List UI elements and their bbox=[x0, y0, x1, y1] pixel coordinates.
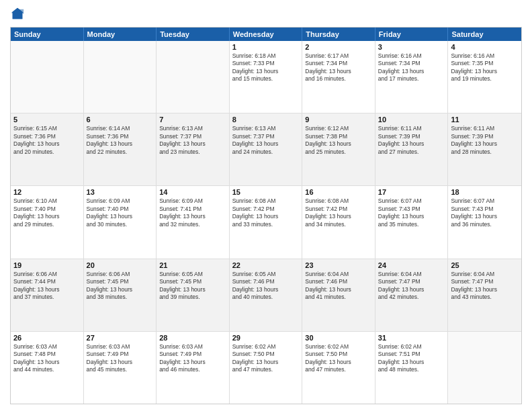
day-cell-17: 17Sunrise: 6:07 AM Sunset: 7:43 PM Dayli… bbox=[375, 186, 449, 258]
day-number: 14 bbox=[159, 188, 226, 196]
empty-cell bbox=[11, 41, 84, 113]
day-cell-24: 24Sunrise: 6:04 AM Sunset: 7:47 PM Dayli… bbox=[375, 259, 449, 331]
day-info: Sunrise: 6:17 AM Sunset: 7:34 PM Dayligh… bbox=[305, 52, 372, 83]
day-cell-22: 22Sunrise: 6:05 AM Sunset: 7:46 PM Dayli… bbox=[230, 259, 303, 331]
day-info: Sunrise: 6:07 AM Sunset: 7:43 PM Dayligh… bbox=[378, 197, 445, 228]
calendar: SundayMondayTuesdayWednesdayThursdayFrid… bbox=[10, 27, 522, 404]
day-cell-11: 11Sunrise: 6:11 AM Sunset: 7:39 PM Dayli… bbox=[448, 113, 521, 185]
day-number: 28 bbox=[159, 334, 226, 342]
day-info: Sunrise: 6:13 AM Sunset: 7:37 PM Dayligh… bbox=[232, 125, 300, 156]
day-cell-21: 21Sunrise: 6:05 AM Sunset: 7:45 PM Dayli… bbox=[157, 259, 230, 331]
day-info: Sunrise: 6:10 AM Sunset: 7:40 PM Dayligh… bbox=[13, 197, 81, 228]
day-cell-14: 14Sunrise: 6:09 AM Sunset: 7:41 PM Dayli… bbox=[157, 186, 230, 258]
calendar-row-4: 26Sunrise: 6:03 AM Sunset: 7:48 PM Dayli… bbox=[11, 331, 521, 404]
day-number: 1 bbox=[232, 43, 300, 51]
day-cell-25: 25Sunrise: 6:04 AM Sunset: 7:47 PM Dayli… bbox=[448, 259, 521, 331]
day-number: 4 bbox=[451, 43, 519, 51]
day-cell-16: 16Sunrise: 6:08 AM Sunset: 7:42 PM Dayli… bbox=[302, 186, 375, 258]
day-info: Sunrise: 6:05 AM Sunset: 7:45 PM Dayligh… bbox=[159, 271, 226, 302]
day-info: Sunrise: 6:04 AM Sunset: 7:47 PM Dayligh… bbox=[451, 271, 519, 302]
empty-cell bbox=[448, 332, 521, 404]
day-number: 31 bbox=[378, 334, 445, 342]
day-cell-20: 20Sunrise: 6:06 AM Sunset: 7:45 PM Dayli… bbox=[84, 259, 157, 331]
day-number: 13 bbox=[87, 188, 154, 196]
day-number: 15 bbox=[232, 188, 300, 196]
day-info: Sunrise: 6:04 AM Sunset: 7:46 PM Dayligh… bbox=[305, 271, 372, 302]
day-info: Sunrise: 6:16 AM Sunset: 7:34 PM Dayligh… bbox=[378, 52, 445, 83]
day-info: Sunrise: 6:03 AM Sunset: 7:49 PM Dayligh… bbox=[159, 343, 226, 374]
day-cell-6: 6Sunrise: 6:14 AM Sunset: 7:36 PM Daylig… bbox=[84, 113, 157, 185]
day-cell-2: 2Sunrise: 6:17 AM Sunset: 7:34 PM Daylig… bbox=[302, 41, 375, 113]
header-day-sunday: Sunday bbox=[11, 28, 84, 41]
day-info: Sunrise: 6:08 AM Sunset: 7:42 PM Dayligh… bbox=[305, 197, 372, 228]
day-cell-30: 30Sunrise: 6:02 AM Sunset: 7:50 PM Dayli… bbox=[302, 332, 375, 404]
calendar-row-2: 12Sunrise: 6:10 AM Sunset: 7:40 PM Dayli… bbox=[11, 185, 521, 258]
calendar-row-1: 5Sunrise: 6:15 AM Sunset: 7:36 PM Daylig… bbox=[11, 113, 521, 185]
day-info: Sunrise: 6:09 AM Sunset: 7:40 PM Dayligh… bbox=[87, 197, 154, 228]
header-day-saturday: Saturday bbox=[448, 28, 521, 41]
logo bbox=[10, 7, 28, 21]
day-cell-8: 8Sunrise: 6:13 AM Sunset: 7:37 PM Daylig… bbox=[230, 113, 303, 185]
day-cell-28: 28Sunrise: 6:03 AM Sunset: 7:49 PM Dayli… bbox=[157, 332, 230, 404]
calendar-row-3: 19Sunrise: 6:06 AM Sunset: 7:44 PM Dayli… bbox=[11, 259, 521, 331]
day-info: Sunrise: 6:18 AM Sunset: 7:33 PM Dayligh… bbox=[232, 52, 300, 83]
day-number: 16 bbox=[305, 188, 372, 196]
day-cell-15: 15Sunrise: 6:08 AM Sunset: 7:42 PM Dayli… bbox=[230, 186, 303, 258]
day-info: Sunrise: 6:12 AM Sunset: 7:38 PM Dayligh… bbox=[305, 125, 372, 156]
day-number: 6 bbox=[87, 116, 154, 124]
header bbox=[10, 7, 522, 21]
day-number: 30 bbox=[305, 334, 372, 342]
day-info: Sunrise: 6:03 AM Sunset: 7:48 PM Dayligh… bbox=[13, 343, 81, 374]
day-number: 27 bbox=[87, 334, 154, 342]
header-day-wednesday: Wednesday bbox=[230, 28, 303, 41]
day-info: Sunrise: 6:02 AM Sunset: 7:50 PM Dayligh… bbox=[232, 343, 300, 374]
day-number: 29 bbox=[232, 334, 300, 342]
day-number: 8 bbox=[232, 116, 300, 124]
day-cell-12: 12Sunrise: 6:10 AM Sunset: 7:40 PM Dayli… bbox=[11, 186, 84, 258]
day-cell-4: 4Sunrise: 6:16 AM Sunset: 7:35 PM Daylig… bbox=[448, 41, 521, 113]
day-cell-10: 10Sunrise: 6:11 AM Sunset: 7:39 PM Dayli… bbox=[375, 113, 449, 185]
day-info: Sunrise: 6:09 AM Sunset: 7:41 PM Dayligh… bbox=[159, 197, 226, 228]
day-number: 11 bbox=[451, 116, 519, 124]
day-info: Sunrise: 6:07 AM Sunset: 7:43 PM Dayligh… bbox=[451, 197, 519, 228]
day-info: Sunrise: 6:06 AM Sunset: 7:44 PM Dayligh… bbox=[13, 271, 81, 302]
day-number: 19 bbox=[13, 261, 81, 269]
day-cell-13: 13Sunrise: 6:09 AM Sunset: 7:40 PM Dayli… bbox=[84, 186, 157, 258]
day-number: 17 bbox=[378, 188, 445, 196]
day-info: Sunrise: 6:15 AM Sunset: 7:36 PM Dayligh… bbox=[13, 125, 81, 156]
day-number: 7 bbox=[159, 116, 226, 124]
calendar-row-0: 1Sunrise: 6:18 AM Sunset: 7:33 PM Daylig… bbox=[11, 41, 521, 113]
day-cell-9: 9Sunrise: 6:12 AM Sunset: 7:38 PM Daylig… bbox=[302, 113, 375, 185]
day-info: Sunrise: 6:11 AM Sunset: 7:39 PM Dayligh… bbox=[378, 125, 445, 156]
header-day-tuesday: Tuesday bbox=[157, 28, 230, 41]
day-info: Sunrise: 6:02 AM Sunset: 7:50 PM Dayligh… bbox=[305, 343, 372, 374]
day-cell-27: 27Sunrise: 6:03 AM Sunset: 7:49 PM Dayli… bbox=[84, 332, 157, 404]
day-cell-26: 26Sunrise: 6:03 AM Sunset: 7:48 PM Dayli… bbox=[11, 332, 84, 404]
day-cell-29: 29Sunrise: 6:02 AM Sunset: 7:50 PM Dayli… bbox=[230, 332, 303, 404]
day-cell-19: 19Sunrise: 6:06 AM Sunset: 7:44 PM Dayli… bbox=[11, 259, 84, 331]
header-day-friday: Friday bbox=[375, 28, 449, 41]
day-number: 26 bbox=[13, 334, 81, 342]
day-number: 3 bbox=[378, 43, 445, 51]
day-cell-1: 1Sunrise: 6:18 AM Sunset: 7:33 PM Daylig… bbox=[230, 41, 303, 113]
day-number: 20 bbox=[87, 261, 154, 269]
day-number: 23 bbox=[305, 261, 372, 269]
day-info: Sunrise: 6:03 AM Sunset: 7:49 PM Dayligh… bbox=[87, 343, 154, 374]
day-number: 9 bbox=[305, 116, 372, 124]
day-info: Sunrise: 6:14 AM Sunset: 7:36 PM Dayligh… bbox=[87, 125, 154, 156]
day-info: Sunrise: 6:16 AM Sunset: 7:35 PM Dayligh… bbox=[451, 52, 519, 83]
day-cell-7: 7Sunrise: 6:13 AM Sunset: 7:37 PM Daylig… bbox=[157, 113, 230, 185]
day-number: 21 bbox=[159, 261, 226, 269]
empty-cell bbox=[157, 41, 230, 113]
day-info: Sunrise: 6:08 AM Sunset: 7:42 PM Dayligh… bbox=[232, 197, 300, 228]
day-number: 12 bbox=[13, 188, 81, 196]
logo-icon bbox=[10, 7, 25, 21]
empty-cell bbox=[84, 41, 157, 113]
day-cell-18: 18Sunrise: 6:07 AM Sunset: 7:43 PM Dayli… bbox=[448, 186, 521, 258]
day-number: 24 bbox=[378, 261, 445, 269]
header-day-monday: Monday bbox=[84, 28, 157, 41]
day-info: Sunrise: 6:13 AM Sunset: 7:37 PM Dayligh… bbox=[159, 125, 226, 156]
day-cell-31: 31Sunrise: 6:02 AM Sunset: 7:51 PM Dayli… bbox=[375, 332, 449, 404]
day-info: Sunrise: 6:04 AM Sunset: 7:47 PM Dayligh… bbox=[378, 271, 445, 302]
day-info: Sunrise: 6:11 AM Sunset: 7:39 PM Dayligh… bbox=[451, 125, 519, 156]
